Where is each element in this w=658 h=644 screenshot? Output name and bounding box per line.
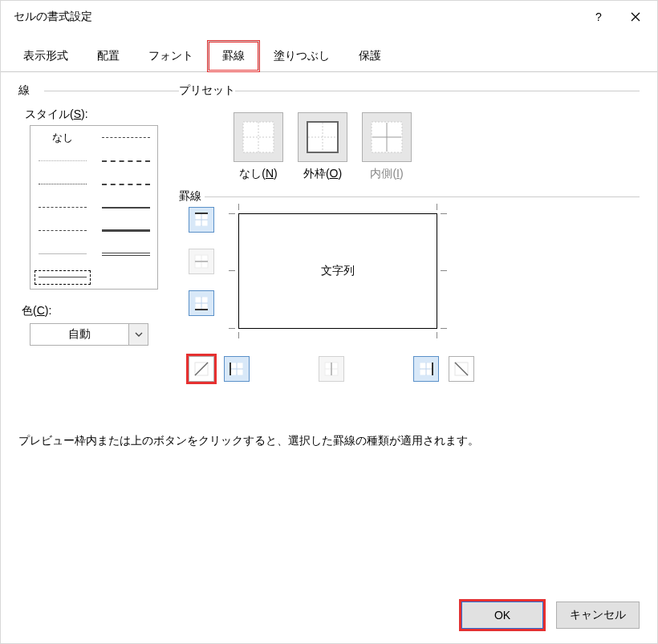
- hint-text: プレビュー枠内または上のボタンをクリックすると、選択した罫線の種類が適用されます…: [18, 434, 640, 448]
- preset-none: なし(N): [234, 112, 283, 181]
- ok-button[interactable]: OK: [461, 601, 543, 629]
- diagonal-up-icon: [193, 360, 210, 378]
- border-left-button[interactable]: [224, 356, 250, 382]
- border-diagonal-down-button[interactable]: [449, 356, 474, 382]
- help-button[interactable]: ?: [580, 4, 617, 30]
- color-dropdown-button[interactable]: [128, 324, 148, 345]
- preset-none-label: なし(N): [239, 167, 277, 181]
- cancel-button[interactable]: キャンセル: [556, 601, 640, 629]
- line-style-hair[interactable]: [35, 154, 91, 168]
- tab-border-label: 罫線: [222, 49, 245, 62]
- border-center-icon: [323, 360, 340, 378]
- preset-inside-label: 内側(I): [370, 167, 403, 181]
- border-bottom-button[interactable]: [189, 290, 214, 316]
- border-side-column: [189, 207, 214, 316]
- tab-border[interactable]: 罫線: [208, 41, 259, 71]
- dialog-title: セルの書式設定: [14, 10, 580, 24]
- tab-display-format[interactable]: 表示形式: [9, 41, 83, 71]
- border-middle-button[interactable]: [189, 249, 214, 274]
- color-value: 自動: [30, 324, 128, 345]
- preset-row: なし(N) 外枠(O): [179, 104, 640, 181]
- line-style-dash-dot[interactable]: [35, 224, 91, 238]
- preset-group-title: プリセット: [179, 83, 640, 98]
- title-bar: セルの書式設定 ?: [1, 1, 657, 33]
- tab-fill[interactable]: 塗りつぶし: [259, 41, 344, 71]
- line-style-dash-dot-dot[interactable]: [98, 131, 154, 145]
- preview-text: 文字列: [238, 213, 437, 329]
- border-top-icon: [193, 211, 210, 229]
- preset-outline-label: 外枠(O): [303, 167, 342, 181]
- border-bottom-row: [189, 356, 474, 382]
- style-label: スタイル(S):: [18, 104, 179, 125]
- border-group: 罫線: [179, 189, 640, 204]
- dialog-content: 線 スタイル(S): なし 色(C): 自動: [1, 72, 657, 448]
- preset-outline-button[interactable]: [298, 112, 347, 162]
- chevron-down-icon: [135, 332, 143, 337]
- color-label: 色(C):: [18, 290, 179, 323]
- border-bottom-icon: [193, 294, 210, 312]
- border-top-button[interactable]: [189, 207, 214, 233]
- preset-none-button[interactable]: [234, 112, 283, 162]
- border-center-button[interactable]: [319, 356, 344, 382]
- line-style-medium[interactable]: [98, 200, 154, 215]
- grid-none-icon: [242, 121, 274, 153]
- close-button[interactable]: [617, 4, 654, 30]
- tab-font[interactable]: フォント: [134, 41, 208, 71]
- border-diagonal-up-button[interactable]: [189, 356, 214, 382]
- close-icon: [631, 12, 640, 22]
- line-style-list[interactable]: なし: [30, 125, 158, 290]
- grid-inside-icon: [371, 121, 403, 153]
- diagonal-down-icon: [453, 360, 470, 378]
- line-style-grey[interactable]: [35, 247, 91, 261]
- color-combobox[interactable]: 自動: [30, 323, 148, 346]
- border-right-icon: [417, 360, 435, 378]
- line-style-none[interactable]: なし: [35, 131, 91, 145]
- line-style-thin[interactable]: [35, 270, 91, 285]
- border-left-icon: [228, 360, 246, 378]
- border-right-button[interactable]: [413, 356, 439, 382]
- line-group: 線 スタイル(S): なし 色(C): 自動: [18, 83, 179, 448]
- preset-inside-button[interactable]: [362, 112, 412, 162]
- line-style-double[interactable]: [98, 247, 154, 261]
- line-group-title: 線: [18, 83, 179, 98]
- line-style-dashed[interactable]: [35, 200, 91, 215]
- preset-outline: 外枠(O): [298, 112, 347, 181]
- border-group-title: 罫線: [179, 189, 640, 204]
- tab-strip: 表示形式 配置 フォント 罫線 塗りつぶし 保護: [1, 33, 657, 72]
- line-style-dotted[interactable]: [35, 177, 91, 192]
- button-bar: OK キャンセル: [461, 601, 640, 629]
- line-style-thick[interactable]: [98, 224, 154, 238]
- border-middle-icon: [193, 253, 210, 270]
- border-preview[interactable]: 文字列: [230, 205, 445, 337]
- tab-protection[interactable]: 保護: [344, 41, 396, 71]
- line-style-blank: [98, 270, 154, 285]
- preset-inside: 内側(I): [362, 112, 412, 181]
- tab-alignment[interactable]: 配置: [83, 41, 134, 71]
- grid-outline-icon: [307, 121, 339, 153]
- line-style-medium-dash[interactable]: [98, 177, 154, 192]
- line-style-medium-dash-dot[interactable]: [98, 154, 154, 168]
